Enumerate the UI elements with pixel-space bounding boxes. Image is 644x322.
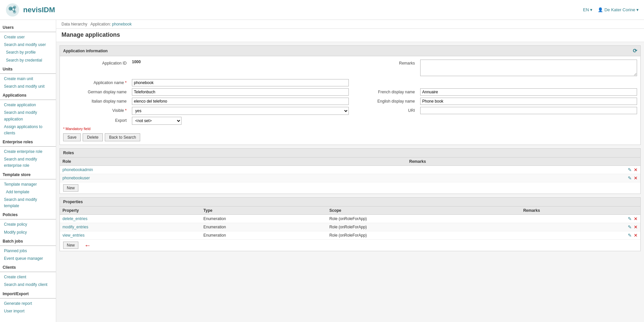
app-id-value: 1000	[132, 60, 349, 64]
language-selector[interactable]: EN ▾	[583, 7, 592, 12]
sidebar-section-policies: Policies Create policy Modify policy	[0, 210, 56, 236]
italian-input[interactable]	[132, 98, 349, 105]
sidebar-item-create-enterprise-role[interactable]: Create enterprise role	[0, 148, 56, 156]
sidebar-item-create-policy[interactable]: Create policy	[0, 221, 56, 228]
sidebar-title-clients: Clients	[0, 262, 56, 271]
sidebar-item-search-modify-enterprise-role[interactable]: Search and modify enterprise role	[0, 156, 56, 169]
property-link[interactable]: modify_entries	[62, 225, 88, 229]
export-select[interactable]: <not set>	[132, 117, 181, 125]
english-input[interactable]	[420, 98, 637, 105]
sidebar-item-assign-applications[interactable]: Assign applications to clients	[0, 123, 56, 137]
edit-icon[interactable]: ✎	[628, 216, 632, 221]
export-label: Export	[63, 117, 129, 123]
german-label: German display name	[63, 88, 129, 94]
app-info-header: Application information ⟳	[60, 46, 640, 56]
edit-icon[interactable]: ✎	[628, 167, 632, 172]
german-input[interactable]	[132, 88, 349, 96]
role-link[interactable]: phonebookuser	[62, 176, 90, 180]
roles-table: Role Remarks phonebookadmin ✎ ✕ phoneboo…	[60, 158, 640, 182]
role-link[interactable]: phonebookadmin	[62, 167, 93, 172]
uri-input[interactable]	[420, 107, 637, 114]
sidebar-title-import-export: Import/Export	[0, 289, 56, 298]
logo-text: nevisIDM	[23, 6, 55, 14]
role-remarks	[407, 174, 621, 182]
english-field	[420, 98, 637, 105]
properties-col-remarks: Remarks	[521, 207, 621, 215]
delete-icon[interactable]: ✕	[634, 175, 638, 181]
sidebar-item-generate-report[interactable]: Generate report	[0, 300, 56, 307]
french-input[interactable]	[420, 88, 637, 96]
breadcrumb-app-link[interactable]: phonebook	[112, 22, 132, 26]
delete-icon[interactable]: ✕	[634, 233, 638, 238]
breadcrumb-prefix: Data hierarchy	[61, 22, 87, 26]
properties-header: Properties	[60, 198, 640, 207]
sidebar-item-search-credential[interactable]: Search by credential	[0, 57, 56, 64]
user-info: 👤 De Kater Corine ▾	[598, 7, 639, 12]
sidebar-item-search-modify-user[interactable]: Search and modify user	[0, 41, 56, 49]
sidebar-item-create-client[interactable]: Create client	[0, 273, 56, 281]
properties-col-property: Property	[60, 207, 201, 215]
sidebar-item-modify-policy[interactable]: Modify policy	[0, 229, 56, 236]
property-type: Enumeration	[201, 231, 327, 240]
sidebar-item-search-modify-unit[interactable]: Search and modify unit	[0, 83, 56, 90]
remarks-field	[420, 60, 637, 77]
form-buttons: Save Delete Back to Search	[63, 133, 637, 141]
delete-button[interactable]: Delete	[83, 133, 103, 141]
save-button[interactable]: Save	[63, 133, 81, 141]
edit-icon[interactable]: ✎	[628, 224, 632, 230]
page-title: Manage applications	[56, 29, 644, 42]
edit-icon[interactable]: ✎	[628, 175, 632, 181]
delete-icon[interactable]: ✕	[634, 216, 638, 221]
sidebar-item-user-import[interactable]: User import	[0, 307, 56, 315]
table-row: phonebookadmin ✎ ✕	[60, 166, 640, 174]
property-remarks	[521, 215, 621, 223]
property-scope: Role (onRoleForApp)	[327, 215, 520, 223]
delete-icon[interactable]: ✕	[634, 224, 638, 230]
property-link[interactable]: view_entries	[62, 233, 85, 238]
property-type: Enumeration	[201, 223, 327, 231]
properties-new-button[interactable]: New	[63, 242, 78, 249]
property-actions: ✎ ✕	[621, 223, 640, 231]
sidebar-section-batch-jobs: Batch jobs Planned jobs Event queue mana…	[0, 236, 56, 262]
user-icon: 👤	[598, 7, 603, 12]
delete-icon[interactable]: ✕	[634, 167, 638, 172]
app-info-content: Application ID 1000 Remarks Application …	[60, 56, 640, 145]
sidebar-item-search-profile[interactable]: Search by profile	[0, 49, 56, 56]
roles-new-button[interactable]: New	[63, 184, 78, 192]
table-row: delete_entries Enumeration Role (onRoleF…	[60, 215, 640, 223]
property-remarks	[521, 231, 621, 240]
app-name-input[interactable]	[132, 79, 349, 86]
app-info-title: Application information	[63, 49, 108, 53]
property-scope: Role (onRoleForApp)	[327, 231, 520, 240]
visible-select[interactable]: yes no	[132, 107, 349, 115]
sidebar-item-event-queue-manager[interactable]: Event queue manager	[0, 255, 56, 262]
sidebar-item-add-template[interactable]: Add template	[0, 188, 56, 196]
role-name: phonebookuser	[60, 174, 407, 182]
italian-label: Italian display name	[63, 98, 129, 104]
properties-section: Properties Property Type Scope Remarks d…	[60, 197, 641, 251]
refresh-icon[interactable]: ⟳	[633, 48, 637, 54]
sidebar-item-template-manager[interactable]: Template manager	[0, 181, 56, 188]
visible-label: Visible	[63, 107, 129, 113]
header-right: EN ▾ 👤 De Kater Corine ▾	[583, 7, 639, 12]
sidebar-item-create-application[interactable]: Create application	[0, 101, 56, 109]
sidebar-item-search-modify-client[interactable]: Search and modify client	[0, 281, 56, 289]
sidebar-item-create-user[interactable]: Create user	[0, 33, 56, 41]
property-link[interactable]: delete_entries	[62, 216, 87, 221]
sidebar-item-planned-jobs[interactable]: Planned jobs	[0, 247, 56, 255]
back-to-search-button[interactable]: Back to Search	[105, 133, 140, 141]
sidebar-title-enterprise-roles: Enterprise roles	[0, 137, 56, 146]
sidebar-item-create-main-unit[interactable]: Create main unit	[0, 75, 56, 83]
edit-icon[interactable]: ✎	[628, 233, 632, 238]
properties-title: Properties	[63, 200, 83, 204]
app-id-label: Application ID	[63, 60, 129, 66]
remarks-label: Remarks	[351, 60, 418, 66]
logo-icon	[5, 3, 20, 17]
roles-header: Roles	[60, 149, 640, 158]
sidebar-item-search-modify-application[interactable]: Search and modify application	[0, 109, 56, 123]
role-actions: ✎ ✕	[621, 166, 640, 174]
user-menu[interactable]: De Kater Corine ▾	[604, 7, 639, 12]
sidebar-item-search-modify-template[interactable]: Search and modify template	[0, 196, 56, 210]
remarks-textarea[interactable]	[420, 60, 637, 76]
sidebar-title-units: Units	[0, 64, 56, 73]
